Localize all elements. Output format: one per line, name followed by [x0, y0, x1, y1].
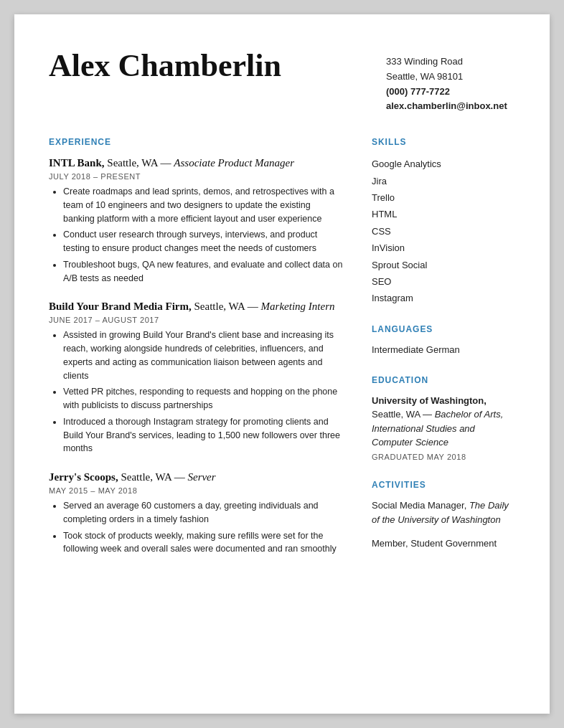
- activity-2-org: Student Government: [410, 538, 497, 549]
- resume: Alex Chamberlin 333 Winding Road Seattle…: [14, 14, 550, 714]
- activity-1-role: Social Media Manager,: [372, 500, 466, 511]
- skill-8: SEO: [372, 273, 515, 290]
- activities-section: ACTIVITIES Social Media Manager, The Dai…: [372, 480, 515, 551]
- company-2: Build Your Brand Media Firm,: [49, 301, 192, 312]
- position-2: Marketing Intern: [261, 301, 335, 312]
- skill-1: Google Analytics: [372, 156, 515, 172]
- skill-3: Trello: [372, 189, 515, 206]
- activities-label: ACTIVITIES: [372, 480, 515, 490]
- skill-7: Sprout Social: [372, 257, 515, 273]
- bullet-3-1: Served an average 60 customers a day, gr…: [63, 499, 343, 526]
- education-label: EDUCATION: [372, 375, 515, 385]
- position-3: Server: [187, 471, 215, 483]
- candidate-name: Alex Chamberlin: [49, 49, 281, 83]
- activity-1-text: Social Media Manager, The Daily of the U…: [372, 498, 515, 526]
- grad-date: GRADUATED MAY 2018: [372, 451, 515, 463]
- education-entry-1: University of Washington, Seattle, WA — …: [372, 394, 515, 463]
- job-dates-3: MAY 2015 – MAY 2018: [49, 486, 343, 495]
- skills-label: SKILLS: [372, 137, 515, 147]
- bullet-2-1: Assisted in growing Build Your Brand's c…: [63, 328, 343, 382]
- language-1: Intermediate German: [372, 343, 515, 358]
- activity-entry-2: Member, Student Government: [372, 536, 515, 551]
- job-bullets-2: Assisted in growing Build Your Brand's c…: [49, 328, 343, 455]
- header-section: Alex Chamberlin 333 Winding Road Seattle…: [49, 49, 515, 114]
- job-bullets-3: Served an average 60 customers a day, gr…: [49, 499, 343, 556]
- job-title-line-3: Jerry's Scoops, Seattle, WA — Server: [49, 470, 343, 485]
- bullet-1-3: Troubleshoot bugs, QA new features, and …: [63, 258, 343, 285]
- job-bullets-1: Create roadmaps and lead sprints, demos,…: [49, 185, 343, 285]
- email-address: alex.chamberlin@inbox.net: [386, 99, 515, 114]
- experience-section: EXPERIENCE INTL Bank, Seattle, WA — Asso…: [49, 137, 343, 556]
- skills-list: Google Analytics Jira Trello HTML CSS In…: [372, 156, 515, 307]
- left-column: EXPERIENCE INTL Bank, Seattle, WA — Asso…: [49, 137, 343, 679]
- phone-number: (000) 777-7722: [386, 85, 515, 100]
- contact-block: 333 Winding Road Seattle, WA 98101 (000)…: [386, 49, 515, 114]
- job-title-line-2: Build Your Brand Media Firm, Seattle, WA…: [49, 299, 343, 314]
- bullet-2-2: Vetted PR pitches, responding to request…: [63, 385, 343, 412]
- bullet-1-1: Create roadmaps and lead sprints, demos,…: [63, 185, 343, 225]
- bullet-3-2: Took stock of products weekly, making su…: [63, 529, 343, 557]
- skill-6: InVision: [372, 240, 515, 256]
- location-1: Seattle, WA —: [107, 157, 171, 169]
- skill-4: HTML: [372, 206, 515, 222]
- job-title-line-1: INTL Bank, Seattle, WA — Associate Produ…: [49, 156, 343, 171]
- skills-section: SKILLS Google Analytics Jira Trello HTML…: [372, 137, 515, 307]
- education-section: EDUCATION University of Washington, Seat…: [372, 375, 515, 463]
- job-entry-1: INTL Bank, Seattle, WA — Associate Produ…: [49, 156, 343, 285]
- location-3: Seattle, WA —: [121, 471, 184, 483]
- location-2: Seattle, WA —: [194, 301, 258, 312]
- job-entry-3: Jerry's Scoops, Seattle, WA — Server MAY…: [49, 470, 343, 556]
- city-state-zip: Seattle, WA 98101: [386, 70, 515, 85]
- main-content: EXPERIENCE INTL Bank, Seattle, WA — Asso…: [49, 137, 515, 679]
- right-column: SKILLS Google Analytics Jira Trello HTML…: [372, 137, 515, 679]
- job-entry-2: Build Your Brand Media Firm, Seattle, WA…: [49, 299, 343, 455]
- position-1: Associate Product Manager: [174, 157, 294, 169]
- job-dates-2: JUNE 2017 – AUGUST 2017: [49, 316, 343, 324]
- languages-section: LANGUAGES Intermediate German: [372, 324, 515, 358]
- skill-9: Instagram: [372, 290, 515, 306]
- experience-label: EXPERIENCE: [49, 137, 343, 147]
- languages-label: LANGUAGES: [372, 324, 515, 334]
- skill-5: CSS: [372, 223, 515, 240]
- activity-2-text: Member, Student Government: [372, 536, 515, 551]
- company-3: Jerry's Scoops,: [49, 471, 118, 483]
- edu-location-degree: Seattle, WA —: [372, 409, 435, 420]
- activity-entry-1: Social Media Manager, The Daily of the U…: [372, 498, 515, 526]
- bullet-2-3: Introduced a thorough Instagram strategy…: [63, 415, 343, 455]
- address-line: 333 Winding Road: [386, 55, 515, 70]
- name-block: Alex Chamberlin: [49, 49, 281, 83]
- company-1: INTL Bank,: [49, 157, 105, 169]
- job-dates-1: JULY 2018 – PRESENT: [49, 172, 343, 181]
- activity-2-role: Member,: [372, 538, 408, 549]
- skill-2: Jira: [372, 173, 515, 189]
- bullet-1-2: Conduct user research through surveys, i…: [63, 228, 343, 255]
- education-univ-line: University of Washington, Seattle, WA — …: [372, 394, 515, 450]
- university-name: University of Washington,: [372, 395, 487, 406]
